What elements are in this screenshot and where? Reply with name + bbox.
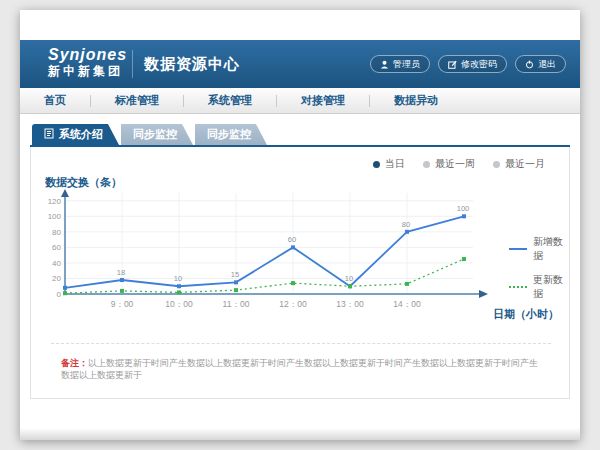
browser-chrome-top xyxy=(20,10,580,41)
user-toolbar: 管理员 修改密码 退出 xyxy=(370,55,566,73)
svg-text:80: 80 xyxy=(52,228,61,237)
svg-text:120: 120 xyxy=(48,197,62,206)
nav-item-standard-mgmt[interactable]: 标准管理 xyxy=(91,93,183,108)
svg-text:10: 10 xyxy=(345,274,353,283)
svg-text:0: 0 xyxy=(57,290,62,299)
chart-panel: 当日 最近一周 最近一月 数据交换（条） 0204060801001209：00… xyxy=(30,147,570,399)
legend-label: 更新数据 xyxy=(533,273,569,301)
app-window: Synjones 新中新集团 数据资源中心 管理员 修改密码 xyxy=(20,10,580,440)
radio-dot xyxy=(493,161,500,168)
legend-label: 新增数据 xyxy=(533,235,569,263)
svg-text:10：00: 10：00 xyxy=(165,299,193,309)
legend-line-solid xyxy=(509,248,527,250)
time-range-filters: 当日 最近一周 最近一月 xyxy=(373,157,545,171)
document-icon xyxy=(44,128,54,141)
tab-bar: 系统介绍 同步监控 同步监控 xyxy=(32,124,267,145)
svg-text:14：00: 14：00 xyxy=(393,299,421,309)
brand-logo-subtext: 新中新集团 xyxy=(48,64,127,78)
tab-sync-monitor-1[interactable]: 同步监控 xyxy=(121,124,193,145)
app-header: Synjones 新中新集团 数据资源中心 管理员 修改密码 xyxy=(20,40,580,90)
radio-last-week[interactable]: 最近一周 xyxy=(423,157,475,171)
browser-chrome-bottom xyxy=(20,428,580,440)
radio-today[interactable]: 当日 xyxy=(373,157,405,171)
legend-line-dotted xyxy=(509,286,527,288)
svg-text:9：00: 9：00 xyxy=(111,299,134,309)
nav-item-home[interactable]: 首页 xyxy=(20,93,90,108)
footnote: 备注：以上数据更新于时间产生数据以上数据更新于时间产生数据以上数据更新于时间产生… xyxy=(61,357,541,381)
svg-text:80: 80 xyxy=(402,220,410,229)
svg-text:100: 100 xyxy=(48,212,62,221)
svg-text:20: 20 xyxy=(52,274,61,283)
radio-selected-dot xyxy=(373,161,380,168)
radio-label: 最近一周 xyxy=(435,157,475,171)
x-axis-title: 日期（小时） xyxy=(493,307,559,322)
svg-text:13：00: 13：00 xyxy=(336,299,364,309)
admin-user-button[interactable]: 管理员 xyxy=(370,55,430,73)
chart-legend: 新增数据 更新数据 xyxy=(509,235,569,301)
line-chart: 0204060801001209：0010：0011：0012：0013：001… xyxy=(45,189,495,319)
change-password-label: 修改密码 xyxy=(461,58,497,71)
page-title: 数据资源中心 xyxy=(144,55,240,74)
svg-text:11：00: 11：00 xyxy=(223,299,250,309)
tab-label: 系统介绍 xyxy=(59,127,103,142)
svg-text:15: 15 xyxy=(231,270,239,279)
tab-label: 同步监控 xyxy=(207,127,251,142)
power-icon xyxy=(525,60,534,69)
svg-text:40: 40 xyxy=(52,259,61,268)
header-divider xyxy=(132,50,133,78)
change-password-button[interactable]: 修改密码 xyxy=(438,55,507,73)
tab-label: 同步监控 xyxy=(133,127,177,142)
svg-text:18: 18 xyxy=(117,268,125,277)
logout-button[interactable]: 退出 xyxy=(515,55,566,73)
svg-text:10: 10 xyxy=(174,274,182,283)
user-icon xyxy=(380,60,389,69)
nav-item-interface-mgmt[interactable]: 对接管理 xyxy=(277,93,369,108)
legend-item-new-data: 新增数据 xyxy=(509,235,569,263)
brand-logo-text: Synjones xyxy=(48,46,127,64)
radio-label: 当日 xyxy=(385,157,405,171)
logout-label: 退出 xyxy=(538,58,556,71)
nav-item-system-mgmt[interactable]: 系统管理 xyxy=(184,93,276,108)
y-axis-title: 数据交换（条） xyxy=(45,175,122,190)
legend-item-updated-data: 更新数据 xyxy=(509,273,569,301)
tab-sync-monitor-2[interactable]: 同步监控 xyxy=(195,124,267,145)
edit-icon xyxy=(448,60,457,69)
chart-area: 0204060801001209：0010：0011：0012：0013：001… xyxy=(45,189,495,319)
brand-logo: Synjones 新中新集团 xyxy=(48,46,127,78)
svg-text:60: 60 xyxy=(288,235,296,244)
footnote-prefix: 备注： xyxy=(61,358,88,368)
svg-text:60: 60 xyxy=(52,243,61,252)
footnote-text: 以上数据更新于时间产生数据以上数据更新于时间产生数据以上数据更新于时间产生数据以… xyxy=(61,358,538,380)
radio-label: 最近一月 xyxy=(505,157,545,171)
svg-text:100: 100 xyxy=(457,204,470,213)
main-nav: 首页 标准管理 系统管理 对接管理 数据异动 xyxy=(20,88,580,114)
dashed-separator xyxy=(51,343,551,344)
radio-last-month[interactable]: 最近一月 xyxy=(493,157,545,171)
tab-system-intro[interactable]: 系统介绍 xyxy=(32,124,119,145)
admin-user-label: 管理员 xyxy=(393,58,420,71)
svg-text:12：00: 12：00 xyxy=(279,299,307,309)
radio-dot xyxy=(423,161,430,168)
nav-item-data-change[interactable]: 数据异动 xyxy=(370,93,462,108)
